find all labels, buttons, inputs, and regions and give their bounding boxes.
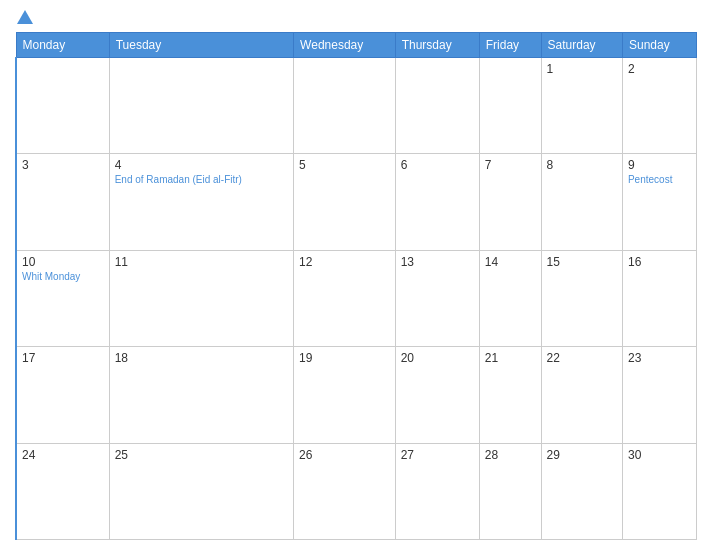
day-number: 19 bbox=[299, 351, 390, 365]
holiday-label: End of Ramadan (Eid al-Fitr) bbox=[115, 174, 288, 185]
day-number: 24 bbox=[22, 448, 104, 462]
day-number: 11 bbox=[115, 255, 288, 269]
day-cell: 8 bbox=[541, 154, 622, 250]
day-cell: 15 bbox=[541, 250, 622, 346]
day-number: 21 bbox=[485, 351, 536, 365]
day-number: 8 bbox=[547, 158, 617, 172]
day-cell: 30 bbox=[622, 443, 696, 539]
day-number: 9 bbox=[628, 158, 691, 172]
day-cell: 1 bbox=[541, 58, 622, 154]
day-number: 15 bbox=[547, 255, 617, 269]
day-number: 16 bbox=[628, 255, 691, 269]
day-cell: 3 bbox=[16, 154, 109, 250]
day-cell: 9Pentecost bbox=[622, 154, 696, 250]
day-number: 30 bbox=[628, 448, 691, 462]
week-row-2: 34End of Ramadan (Eid al-Fitr)56789Pente… bbox=[16, 154, 697, 250]
day-cell: 19 bbox=[294, 347, 396, 443]
day-cell bbox=[16, 58, 109, 154]
logo bbox=[15, 10, 35, 24]
day-number: 13 bbox=[401, 255, 474, 269]
day-cell: 6 bbox=[395, 154, 479, 250]
day-cell: 26 bbox=[294, 443, 396, 539]
day-cell: 10Whit Monday bbox=[16, 250, 109, 346]
day-cell bbox=[395, 58, 479, 154]
column-header-wednesday: Wednesday bbox=[294, 33, 396, 58]
day-cell: 4End of Ramadan (Eid al-Fitr) bbox=[109, 154, 293, 250]
day-cell: 22 bbox=[541, 347, 622, 443]
logo-triangle-icon bbox=[17, 10, 33, 24]
column-header-saturday: Saturday bbox=[541, 33, 622, 58]
day-number: 12 bbox=[299, 255, 390, 269]
day-cell: 20 bbox=[395, 347, 479, 443]
day-cell: 14 bbox=[479, 250, 541, 346]
week-row-4: 17181920212223 bbox=[16, 347, 697, 443]
day-cell bbox=[479, 58, 541, 154]
day-cell: 21 bbox=[479, 347, 541, 443]
day-cell: 16 bbox=[622, 250, 696, 346]
day-number: 5 bbox=[299, 158, 390, 172]
day-number: 27 bbox=[401, 448, 474, 462]
day-number: 26 bbox=[299, 448, 390, 462]
day-cell: 24 bbox=[16, 443, 109, 539]
day-number: 10 bbox=[22, 255, 104, 269]
column-header-tuesday: Tuesday bbox=[109, 33, 293, 58]
day-number: 4 bbox=[115, 158, 288, 172]
day-number: 29 bbox=[547, 448, 617, 462]
day-cell: 28 bbox=[479, 443, 541, 539]
day-number: 18 bbox=[115, 351, 288, 365]
column-header-monday: Monday bbox=[16, 33, 109, 58]
day-number: 23 bbox=[628, 351, 691, 365]
week-row-3: 10Whit Monday111213141516 bbox=[16, 250, 697, 346]
day-number: 25 bbox=[115, 448, 288, 462]
holiday-label: Whit Monday bbox=[22, 271, 104, 282]
day-number: 6 bbox=[401, 158, 474, 172]
column-header-thursday: Thursday bbox=[395, 33, 479, 58]
day-number: 22 bbox=[547, 351, 617, 365]
week-row-5: 24252627282930 bbox=[16, 443, 697, 539]
header-row: MondayTuesdayWednesdayThursdayFridaySatu… bbox=[16, 33, 697, 58]
day-number: 28 bbox=[485, 448, 536, 462]
day-cell bbox=[109, 58, 293, 154]
day-cell: 25 bbox=[109, 443, 293, 539]
column-header-friday: Friday bbox=[479, 33, 541, 58]
column-header-sunday: Sunday bbox=[622, 33, 696, 58]
day-number: 7 bbox=[485, 158, 536, 172]
header bbox=[15, 10, 697, 24]
day-cell bbox=[294, 58, 396, 154]
day-number: 17 bbox=[22, 351, 104, 365]
day-cell: 12 bbox=[294, 250, 396, 346]
day-cell: 13 bbox=[395, 250, 479, 346]
calendar-table: MondayTuesdayWednesdayThursdayFridaySatu… bbox=[15, 32, 697, 540]
day-cell: 17 bbox=[16, 347, 109, 443]
day-number: 3 bbox=[22, 158, 104, 172]
day-cell: 7 bbox=[479, 154, 541, 250]
day-number: 14 bbox=[485, 255, 536, 269]
day-number: 1 bbox=[547, 62, 617, 76]
day-cell: 29 bbox=[541, 443, 622, 539]
day-number: 20 bbox=[401, 351, 474, 365]
day-cell: 11 bbox=[109, 250, 293, 346]
holiday-label: Pentecost bbox=[628, 174, 691, 185]
day-cell: 2 bbox=[622, 58, 696, 154]
day-cell: 27 bbox=[395, 443, 479, 539]
day-number: 2 bbox=[628, 62, 691, 76]
day-cell: 5 bbox=[294, 154, 396, 250]
day-cell: 23 bbox=[622, 347, 696, 443]
week-row-1: 12 bbox=[16, 58, 697, 154]
calendar-page: MondayTuesdayWednesdayThursdayFridaySatu… bbox=[0, 0, 712, 550]
day-cell: 18 bbox=[109, 347, 293, 443]
